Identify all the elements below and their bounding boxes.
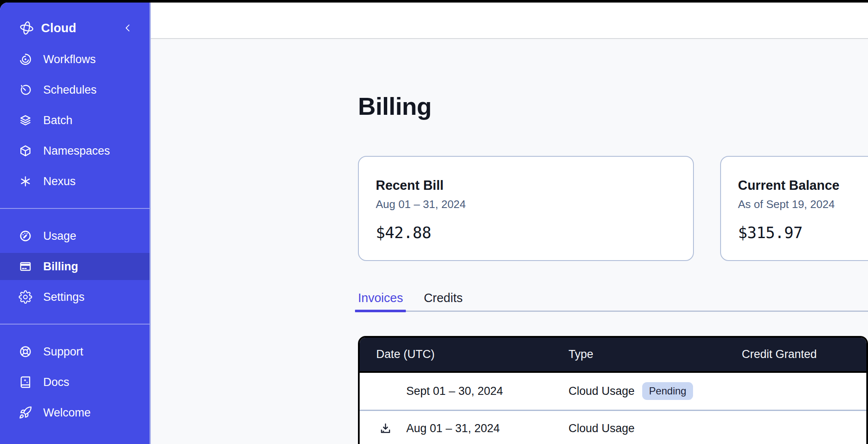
sidebar-item-usage[interactable]: Usage (0, 221, 150, 251)
sidebar-item-billing[interactable]: Billing (0, 253, 150, 280)
status-badge: Pending (642, 382, 693, 400)
download-invoice-button[interactable] (379, 422, 392, 436)
card-subtitle: Aug 01 – 31, 2024 (376, 198, 676, 211)
invoice-date: Sept 01 – 30, 2024 (406, 385, 503, 398)
summary-cards: Recent Bill Aug 01 – 31, 2024 $42.88 Cur… (358, 156, 868, 261)
top-bar (151, 3, 868, 39)
sidebar-item-label: Usage (43, 230, 76, 243)
workflows-icon (19, 53, 32, 66)
table-header: Date (UTC) Type Credit Granted (360, 338, 866, 373)
batch-icon (19, 114, 32, 127)
column-header-credit-granted: Credit Granted (742, 348, 866, 361)
tab-credits[interactable]: Credits (424, 291, 463, 311)
column-header-type: Type (568, 348, 742, 361)
table-row: Aug 01 – 31, 2024 Cloud Usage (360, 410, 866, 444)
card-title: Current Balance (738, 178, 868, 193)
invoice-type: Cloud Usage (568, 422, 635, 435)
tab-invoices[interactable]: Invoices (358, 291, 403, 311)
recent-bill-amount: $42.88 (376, 224, 676, 242)
namespaces-icon (19, 144, 32, 158)
sidebar-item-label: Settings (43, 291, 85, 304)
billing-icon (19, 260, 32, 273)
sidebar-item-label: Namespaces (43, 144, 110, 158)
support-icon (19, 345, 32, 358)
billing-tabs: Invoices Credits (358, 291, 868, 312)
current-balance-card: Current Balance As of Sept 19, 2024 $315… (720, 156, 868, 261)
table-row: Sept 01 – 30, 2024 Cloud Usage Pending (360, 373, 866, 410)
sidebar-item-docs[interactable]: Docs (0, 367, 150, 397)
sidebar-item-namespaces[interactable]: Namespaces (0, 136, 150, 166)
invoice-date: Aug 01 – 31, 2024 (406, 422, 500, 435)
sidebar-item-label: Batch (43, 114, 72, 127)
sidebar: Cloud Workflows (0, 3, 151, 444)
schedules-icon (19, 83, 32, 97)
sidebar-item-label: Support (43, 345, 83, 358)
recent-bill-card: Recent Bill Aug 01 – 31, 2024 $42.88 (358, 156, 694, 261)
sidebar-item-label: Schedules (43, 83, 97, 97)
sidebar-item-schedules[interactable]: Schedules (0, 75, 150, 105)
sidebar-item-nexus[interactable]: Nexus (0, 166, 150, 197)
nexus-icon (19, 175, 32, 188)
invoices-table: Date (UTC) Type Credit Granted Sept 01 –… (358, 336, 868, 444)
sidebar-item-label: Billing (43, 260, 78, 273)
row-icon-slot (376, 422, 406, 436)
sidebar-collapse-button[interactable] (122, 22, 133, 33)
sidebar-item-label: Welcome (43, 406, 91, 419)
invoice-type: Cloud Usage (568, 385, 635, 398)
sidebar-item-settings[interactable]: Settings (0, 282, 150, 312)
current-balance-amount: $315.97 (738, 224, 868, 242)
sidebar-item-support[interactable]: Support (0, 336, 150, 367)
main-area: Billing Recent Bill Aug 01 – 31, 2024 $4… (151, 3, 868, 444)
sidebar-divider (0, 324, 150, 325)
usage-icon (19, 229, 32, 243)
billing-content: Billing Recent Bill Aug 01 – 31, 2024 $4… (358, 92, 868, 444)
settings-icon (19, 290, 32, 304)
sidebar-item-label: Docs (43, 376, 69, 389)
sidebar-item-workflows[interactable]: Workflows (0, 44, 150, 75)
column-header-date: Date (UTC) (360, 348, 568, 361)
temporal-cloud-logo-icon (19, 20, 35, 36)
welcome-icon (19, 406, 32, 419)
brand: Cloud (0, 14, 150, 42)
card-title: Recent Bill (376, 178, 676, 193)
sidebar-item-welcome[interactable]: Welcome (0, 397, 150, 428)
sidebar-item-batch[interactable]: Batch (0, 105, 150, 136)
page-title: Billing (358, 92, 868, 121)
docs-icon (19, 375, 32, 389)
brand-label: Cloud (41, 21, 76, 35)
card-subtitle: As of Sept 19, 2024 (738, 198, 868, 211)
sidebar-item-label: Nexus (43, 175, 76, 188)
app-window: Cloud Workflows (0, 3, 868, 444)
sidebar-nav: Workflows Schedules (0, 44, 150, 428)
sidebar-divider (0, 208, 150, 209)
sidebar-item-label: Workflows (43, 53, 96, 66)
